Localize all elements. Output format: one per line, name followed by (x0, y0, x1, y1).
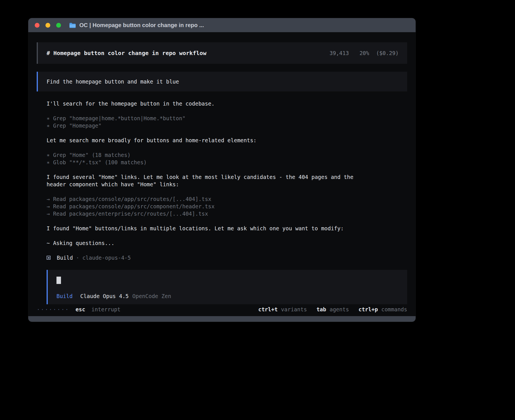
agent-name: Build (57, 254, 73, 261)
shortcut-variants-key: ctrl+t (258, 306, 278, 313)
assistant-message-candidates: I found several "Home" links. Let me loo… (47, 173, 360, 188)
close-button[interactable] (35, 23, 40, 28)
input-meta-row: Build Claude Opus 4.5 OpenCode Zen (56, 292, 399, 300)
input-provider-label: OpenCode Zen (132, 292, 171, 300)
spinner-dots: ········ (37, 306, 69, 313)
assistant-message-broader: Let me search more broadly for buttons a… (47, 137, 360, 144)
model-name: claude-opus-4-5 (82, 254, 131, 261)
status-bar: ········ esc interrupt ctrl+t variants t… (37, 304, 407, 316)
shortcut-agents: tab agents (317, 306, 349, 313)
assistant-message-asking-questions: ~ Asking questions... (47, 239, 360, 247)
titlebar[interactable]: OC | Homepage button color change in rep… (28, 18, 416, 32)
grep-tool-line: ∗ Grep "Homepage" (47, 122, 407, 129)
shortcut-commands: ctrl+p commands (359, 306, 407, 313)
dot-separator: · (76, 254, 79, 261)
terminal-body: # Homepage button color change in repo w… (28, 32, 416, 316)
tool-call-group-read: → Read packages/console/app/src/routes/[… (47, 195, 407, 217)
folder-icon (69, 23, 76, 28)
agent-status-icon (47, 256, 51, 260)
zoom-button[interactable] (56, 23, 61, 28)
status-bar-right: ctrl+t variants tab agents ctrl+p comman… (258, 306, 407, 313)
window-bottom-frame (28, 316, 416, 322)
input-agent-label[interactable]: Build (56, 292, 73, 300)
shortcut-agents-label: agents (329, 306, 349, 313)
shortcut-commands-label: commands (381, 306, 407, 313)
read-tool-line: → Read packages/console/app/src/componen… (47, 203, 407, 210)
user-message: Find the homepage button and make it blu… (37, 72, 407, 91)
read-tool-line: → Read packages/console/app/src/routes/[… (47, 195, 407, 203)
esc-label: interrupt (91, 306, 121, 313)
tool-call-group-search: ∗ Grep "Home" (18 matches) ∗ Glob "**/*.… (47, 151, 407, 166)
session-title: # Homepage button color change in repo w… (47, 49, 206, 57)
token-count: 39,413 (329, 50, 349, 56)
shortcut-variants-label: variants (281, 306, 307, 313)
context-percent: 20% (359, 50, 369, 56)
status-bar-left: ········ esc interrupt (37, 306, 121, 313)
read-tool-line: → Read packages/enterprise/src/routes/[.… (47, 210, 407, 217)
shortcut-agents-key: tab (317, 306, 326, 313)
terminal-window: OC | Homepage button color change in rep… (28, 18, 416, 322)
window-title: OC | Homepage button color change in rep… (79, 22, 204, 29)
glob-tool-line: ∗ Glob "**/*.tsx" (100 matches) (47, 159, 407, 166)
prompt-input[interactable]: Build Claude Opus 4.5 OpenCode Zen (47, 270, 407, 304)
session-cost: ($0.29) (376, 50, 399, 56)
grep-tool-line: ∗ Grep "homepage|home.*button|Home.*butt… (47, 115, 407, 122)
esc-key: esc (76, 306, 85, 313)
user-message-text: Find the homepage button and make it blu… (47, 78, 179, 85)
grep-tool-line: ∗ Grep "Home" (18 matches) (47, 151, 407, 159)
session-transcript: # Homepage button color change in repo w… (37, 42, 407, 304)
assistant-message-ask: I found "Home" buttons/links in multiple… (47, 225, 360, 232)
title-group: OC | Homepage button color change in rep… (69, 22, 204, 29)
shortcut-variants: ctrl+t variants (258, 306, 307, 313)
minimize-button[interactable] (45, 23, 50, 28)
assistant-response: I'll search for the homepage button in t… (37, 100, 407, 304)
tool-call-group-grep: ∗ Grep "homepage|home.*button|Home.*butt… (47, 115, 407, 129)
assistant-message-search: I'll search for the homepage button in t… (47, 100, 360, 107)
traffic-lights (35, 23, 61, 28)
input-model-label[interactable]: Claude Opus 4.5 (80, 292, 129, 300)
agent-status-line: Build · claude-opus-4-5 (47, 254, 407, 261)
shortcut-commands-key: ctrl+p (359, 306, 378, 313)
session-header: # Homepage button color change in repo w… (37, 42, 407, 64)
text-cursor (56, 277, 61, 284)
session-stats: 39,413 20% ($0.29) (329, 49, 399, 57)
